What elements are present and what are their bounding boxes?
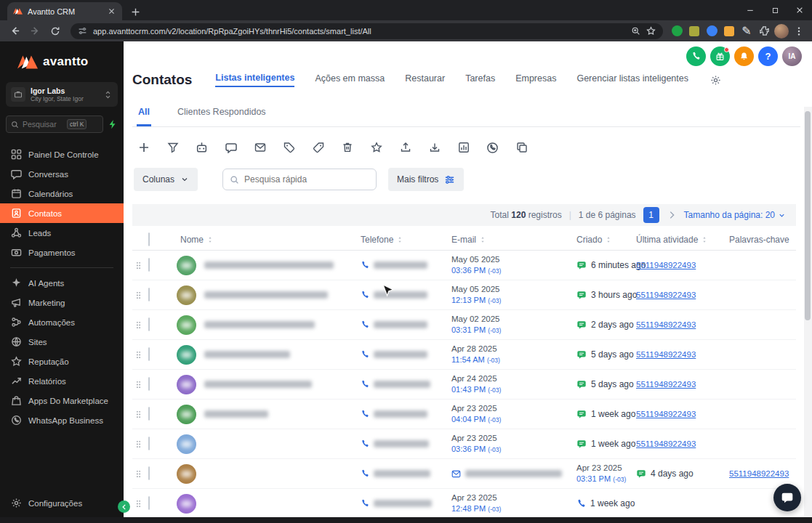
window-close-button[interactable] (787, 0, 812, 20)
add-tag-button[interactable] (281, 139, 297, 156)
sidebar-item-configuracoes[interactable]: Configurações (0, 493, 124, 513)
extensions-puzzle-icon[interactable] (756, 23, 772, 39)
tab-restaurar[interactable]: Restaurar (405, 73, 445, 86)
drag-handle-icon[interactable] (132, 499, 144, 508)
sidebar-item-whatsapp[interactable]: WhatsApp Business (0, 410, 124, 430)
merge-contacts-button[interactable] (513, 139, 530, 156)
export-button[interactable] (397, 139, 414, 156)
filter-button[interactable] (164, 139, 181, 156)
sidebar-search[interactable]: ctrl K (6, 115, 103, 133)
table-row[interactable]: Apr 24 2025 01:43 PM (-03) 5 days ago 55… (132, 370, 796, 400)
edit-extension-icon[interactable]: ✎ (739, 23, 755, 39)
column-header-ultima-atividade[interactable]: Última atividade (622, 235, 715, 245)
user-avatar[interactable]: IA (782, 46, 802, 66)
sort-icon[interactable] (479, 236, 486, 243)
sidebar-item-leads[interactable]: Leads (0, 223, 124, 243)
call-button[interactable] (686, 46, 706, 66)
quick-search[interactable] (222, 169, 377, 190)
automation-bot-button[interactable] (193, 139, 210, 156)
row-checkbox[interactable] (148, 407, 150, 421)
account-switcher[interactable]: Igor Labs City Igor, State Igor (6, 82, 118, 107)
keyword-link[interactable]: 5511948922493 (636, 261, 696, 269)
browser-menu-icon[interactable] (791, 23, 807, 39)
table-row[interactable]: May 05 2025 12:13 PM (-03) 3 hours ago 5… (132, 280, 796, 310)
keyword-link[interactable]: 5511948922493 (636, 439, 696, 448)
keyword-link[interactable]: 5511948922493 (729, 469, 789, 478)
sort-icon[interactable] (206, 236, 214, 243)
row-checkbox[interactable] (148, 466, 150, 480)
sort-icon[interactable] (701, 236, 708, 243)
sidebar-collapse-button[interactable] (118, 500, 130, 513)
sidebar-item-marketplace[interactable]: Apps Do Marketplace (0, 391, 124, 410)
whats-new-button[interactable] (710, 46, 730, 66)
smart-list-tab-clientes[interactable]: Clientes Respondidos (176, 107, 268, 126)
column-header-criado[interactable]: Criado (562, 235, 622, 245)
sidebar-item-calendarios[interactable]: Calendários (0, 184, 124, 203)
table-row[interactable]: Apr 23 2025 04:04 PM (-03) 1 week ago 55… (132, 400, 796, 429)
row-checkbox[interactable] (148, 377, 150, 391)
address-bar[interactable]: app.avanttocrm.com/v2/location/RpRpaZgoi… (71, 23, 663, 39)
columns-dropdown[interactable]: Colunas (134, 168, 198, 191)
window-maximize-button[interactable] (763, 0, 787, 20)
remove-tag-button[interactable] (310, 139, 326, 156)
header-settings-icon[interactable] (710, 75, 721, 86)
window-minimize-button[interactable] (738, 0, 763, 20)
row-checkbox[interactable] (148, 258, 150, 272)
drag-handle-icon[interactable] (132, 410, 144, 419)
select-all-checkbox[interactable] (148, 232, 150, 246)
sms-button[interactable] (222, 139, 239, 156)
quick-actions-bolt-icon[interactable] (108, 119, 118, 129)
add-contact-button[interactable] (135, 139, 152, 156)
notifications-button[interactable] (734, 46, 754, 66)
sidebar-item-pagamentos[interactable]: Pagamentos (0, 243, 124, 262)
sidebar-item-sites[interactable]: Sites (0, 332, 124, 352)
drag-handle-icon[interactable] (132, 380, 144, 389)
back-button[interactable] (5, 22, 24, 41)
column-header-palavras-chave[interactable]: Palavras-chave (715, 235, 796, 245)
keyword-link[interactable]: 5511948922493 (636, 350, 696, 359)
table-row[interactable]: Apr 28 2025 11:54 AM (-03) 5 days ago 55… (132, 340, 796, 370)
column-header-email[interactable]: E-mail (437, 235, 562, 245)
row-checkbox[interactable] (148, 347, 150, 361)
favorite-button[interactable] (368, 139, 385, 156)
import-button[interactable] (426, 139, 443, 156)
smart-list-tab-all[interactable]: All (137, 107, 151, 126)
tab-gerenciar-listas[interactable]: Gerenciar listas inteligentes (576, 73, 688, 86)
column-header-telefone[interactable]: Telefone (346, 235, 437, 245)
table-row[interactable]: May 02 2025 03:31 PM (-03) 2 days ago 55… (132, 310, 796, 340)
row-checkbox[interactable] (148, 317, 150, 331)
tab-empresas[interactable]: Empresas (515, 73, 556, 86)
next-page-button[interactable] (667, 210, 677, 220)
sort-icon[interactable] (605, 236, 612, 243)
drag-handle-icon[interactable] (132, 320, 144, 330)
extension-icon-4[interactable] (721, 23, 737, 39)
keyword-link[interactable]: 5511948922493 (636, 380, 696, 389)
email-button[interactable] (252, 139, 268, 156)
zoom-icon[interactable] (631, 26, 640, 36)
table-row[interactable]: Apr 23 2025 03:31 PM (-03) 4 days ago 55… (132, 459, 796, 489)
drag-handle-icon[interactable] (132, 350, 144, 360)
bookmark-star-icon[interactable] (646, 26, 656, 36)
table-row[interactable]: Apr 23 2025 12:48 PM (-03) 1 week ago (132, 489, 796, 519)
browser-tab[interactable]: Avantto CRM (7, 2, 122, 20)
sort-icon[interactable] (396, 236, 403, 243)
current-page-button[interactable]: 1 (643, 207, 659, 223)
page-size-dropdown[interactable]: Tamanho da página: 20 (684, 210, 786, 220)
extension-icon-2[interactable] (686, 23, 702, 39)
whatsapp-button[interactable] (484, 139, 501, 156)
keyword-link[interactable]: 5511948922493 (636, 320, 696, 329)
drag-handle-icon[interactable] (132, 261, 144, 270)
extension-icon-3[interactable] (704, 23, 720, 39)
scrollbar-thumb[interactable] (805, 111, 811, 320)
browser-profile-avatar[interactable] (773, 23, 789, 39)
column-header-nome[interactable]: Nome (164, 235, 346, 245)
help-button[interactable]: ? (758, 46, 778, 66)
sidebar-item-contatos[interactable]: Contatos (0, 203, 124, 223)
pipeline-change-button[interactable] (455, 139, 472, 156)
quick-search-input[interactable] (244, 174, 353, 185)
tab-close-icon[interactable] (106, 7, 116, 17)
row-checkbox[interactable] (148, 437, 150, 450)
extension-icon-1[interactable] (669, 23, 685, 39)
support-chat-widget[interactable] (773, 484, 801, 511)
sidebar-item-conversas[interactable]: Conversas (0, 164, 124, 184)
